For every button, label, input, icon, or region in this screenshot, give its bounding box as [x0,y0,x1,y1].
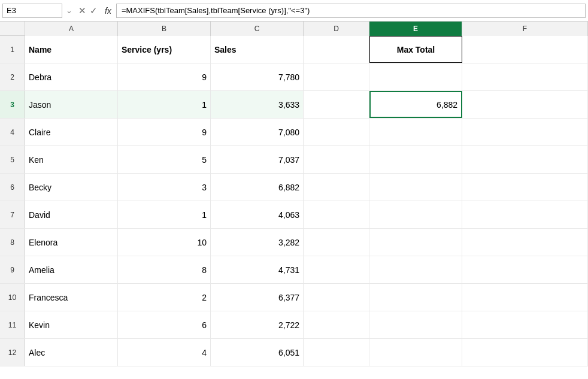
cell-D4[interactable] [304,119,369,145]
cell-A8[interactable]: Elenora [25,229,118,256]
cell-C9[interactable]: 4,731 [211,256,304,283]
col-header-A[interactable]: A [25,22,118,36]
row-num-10: 10 [0,284,25,311]
cell-F5 [462,146,588,173]
cell-E3-selected[interactable]: 6,882 [369,91,462,118]
cell-C3[interactable]: 3,633 [211,91,304,118]
cell-F2 [462,63,588,90]
cell-A7[interactable]: David [25,201,118,228]
cell-D12[interactable] [304,339,369,366]
row-num-header [0,22,25,35]
cell-B12[interactable]: 4 [118,339,211,366]
cell-E9[interactable] [369,256,462,283]
cell-D6[interactable] [304,174,369,201]
row-num-4: 4 [0,119,25,145]
row-num-8: 8 [0,229,25,256]
cell-B2[interactable]: 9 [118,63,211,90]
col-header-E[interactable]: E [369,22,462,36]
cancel-icon[interactable]: ✕ [78,5,86,16]
cell-D3[interactable] [304,91,369,118]
cell-B10[interactable]: 2 [118,284,211,311]
cell-F6 [462,174,588,201]
cell-D2[interactable] [304,63,369,90]
col-header-D[interactable]: D [304,22,369,36]
cell-B9[interactable]: 8 [118,256,211,283]
name-box[interactable]: E3 [2,4,62,18]
cell-B6[interactable]: 3 [118,174,211,201]
cell-E11[interactable] [369,311,462,338]
col-header-C[interactable]: C [211,22,304,36]
cell-C5[interactable]: 7,037 [211,146,304,173]
cell-E5[interactable] [369,146,462,173]
formula-input[interactable] [116,4,586,18]
cell-B8[interactable]: 10 [118,229,211,256]
cell-D1[interactable] [304,36,369,63]
row-num-6: 6 [0,174,25,201]
cell-F11 [462,311,588,338]
row-num-9: 9 [0,256,25,283]
header-sales[interactable]: Sales [211,36,304,63]
cell-B3[interactable]: 1 [118,91,211,118]
cell-C10[interactable]: 6,377 [211,284,304,311]
cell-D8[interactable] [304,229,369,256]
row-num-12: 12 [0,339,25,366]
col-header-F[interactable]: F [462,22,588,36]
cell-C11[interactable]: 2,722 [211,311,304,338]
cell-B7[interactable]: 1 [118,201,211,228]
cell-F9 [462,256,588,283]
cell-E1-max-total[interactable]: Max Total [369,36,462,63]
cell-A2[interactable]: Debra [25,63,118,90]
cell-C12[interactable]: 6,051 [211,339,304,366]
confirm-icon[interactable]: ✓ [90,5,98,16]
cell-D10[interactable] [304,284,369,311]
cell-D9[interactable] [304,256,369,283]
cell-A9[interactable]: Amelia [25,256,118,283]
row-num-5: 5 [0,146,25,173]
cell-E2[interactable] [369,63,462,90]
cell-B4[interactable]: 9 [118,119,211,145]
cell-D11[interactable] [304,311,369,338]
cell-E8[interactable] [369,229,462,256]
cell-C7[interactable]: 4,063 [211,201,304,228]
header-row: 1 Name Service (yrs) Sales Max Total [0,36,588,63]
cell-A11[interactable]: Kevin [25,311,118,338]
col-header-B[interactable]: B [118,22,211,36]
fx-label: fx [105,6,111,16]
row-num-11: 11 [0,311,25,338]
table-row: 11Kevin62,722 [0,311,588,339]
cell-E10[interactable] [369,284,462,311]
cell-E4[interactable] [369,119,462,145]
cell-A3[interactable]: Jason [25,91,118,118]
table-row: 4Claire97,080 [0,119,588,146]
cell-F10 [462,284,588,311]
cell-A12[interactable]: Alec [25,339,118,366]
cell-F4 [462,119,588,145]
row-num-3: 3 [0,91,25,118]
cell-A10[interactable]: Francesca [25,284,118,311]
cell-D7[interactable] [304,201,369,228]
cell-E12[interactable] [369,339,462,366]
cell-F1 [462,36,588,63]
table-row: 2Debra97,780 [0,63,588,91]
cell-A4[interactable]: Claire [25,119,118,145]
row-num-1: 1 [0,36,25,63]
row-num-2: 2 [0,63,25,90]
cell-E7[interactable] [369,201,462,228]
cell-A6[interactable]: Becky [25,174,118,201]
cell-C6[interactable]: 6,882 [211,174,304,201]
table-row: 12Alec46,051 [0,339,588,366]
cell-C8[interactable]: 3,282 [211,229,304,256]
cell-C2[interactable]: 7,780 [211,63,304,90]
expand-icon[interactable]: ⌄ [66,6,72,15]
spreadsheet: A B C D E F 1 Name Service (yrs) Sales M… [0,22,588,379]
header-name[interactable]: Name [25,36,118,63]
cell-C4[interactable]: 7,080 [211,119,304,145]
cell-B5[interactable]: 5 [118,146,211,173]
header-service[interactable]: Service (yrs) [118,36,211,63]
cell-A5[interactable]: Ken [25,146,118,173]
cell-F3 [462,91,588,118]
cell-E6[interactable] [369,174,462,201]
cell-B11[interactable]: 6 [118,311,211,338]
table-row: 9Amelia84,731 [0,256,588,284]
cell-D5[interactable] [304,146,369,173]
